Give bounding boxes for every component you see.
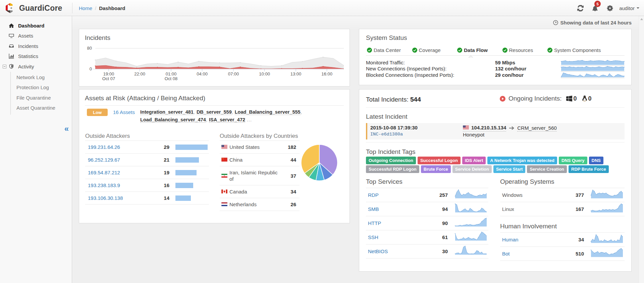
metric-sparkline-chart bbox=[591, 248, 623, 257]
at-risk-server-link[interactable]: Load_Balancing_server_555 bbox=[235, 109, 301, 115]
sidebar-item-label: Assets bbox=[18, 33, 33, 39]
flag-ir-icon bbox=[221, 173, 227, 179]
sidebar-item-label: Statistics bbox=[18, 53, 38, 59]
svg-text:16:00: 16:00 bbox=[321, 71, 332, 76]
sidebar-collapse-button[interactable]: « bbox=[64, 125, 69, 133]
at-risk-server-link[interactable]: ISA_server_472 bbox=[209, 117, 245, 123]
sidebar-item-activity[interactable]: Activity bbox=[0, 61, 72, 72]
incident-tag-a-network-trojan-was-detected[interactable]: A Network Trojan was detected bbox=[487, 157, 557, 164]
attacker-count: 29 bbox=[155, 141, 175, 154]
server-comma: , bbox=[301, 109, 302, 115]
metric-name-link[interactable]: HTTP bbox=[366, 220, 381, 226]
status-tab-system-components[interactable]: System Components bbox=[547, 47, 601, 53]
attacker-ip-link[interactable]: 193.106.30.138 bbox=[85, 195, 123, 201]
status-metric-value: 29 con/hour bbox=[495, 72, 560, 78]
status-metric-value: 59 Mbps bbox=[495, 60, 560, 66]
incident-tag-successful-logon[interactable]: Successful Logon bbox=[418, 157, 461, 164]
sidebar-item-dashboard[interactable]: Dashboard bbox=[0, 20, 72, 31]
status-tab-resources[interactable]: Resources bbox=[502, 47, 533, 53]
notifications-button[interactable]: 5 bbox=[588, 0, 602, 16]
sidebar-item-incidents[interactable]: Incidents bbox=[0, 41, 72, 51]
server-list-more[interactable]: ... bbox=[245, 117, 252, 122]
incident-tag-brute-force[interactable]: Brute Force bbox=[421, 165, 451, 173]
incident-tag-service-start[interactable]: Service Start bbox=[493, 165, 526, 173]
country-name: Netherlands bbox=[229, 198, 286, 211]
brand[interactable]: GuardiCore bbox=[6, 0, 62, 16]
metric-row-human: Human34 bbox=[500, 233, 625, 247]
incident-tag-ids-alert[interactable]: IDS Alert bbox=[462, 157, 486, 164]
svg-text:04:00: 04:00 bbox=[197, 71, 208, 76]
metric-sparkline-chart bbox=[455, 217, 487, 227]
check-circle-icon bbox=[457, 48, 462, 53]
metric-name-link[interactable]: Human bbox=[500, 237, 518, 242]
incident-id-link[interactable]: INC-e6d1380a bbox=[370, 132, 403, 137]
at-risk-server-link[interactable]: DB_server_559 bbox=[197, 109, 232, 115]
metric-name-link[interactable]: Bot bbox=[500, 251, 510, 257]
user-menu[interactable]: auditor bbox=[619, 5, 639, 11]
brand-name: GuardiCore bbox=[19, 4, 62, 13]
metric-name-link[interactable]: SMB bbox=[366, 206, 379, 212]
sidebar-subitem-file-quarantine[interactable]: File Quarantine bbox=[11, 93, 72, 103]
breadcrumb-home-link[interactable]: Home bbox=[79, 5, 92, 11]
incident-tag-dns-query[interactable]: DNS Query bbox=[559, 157, 587, 164]
svg-text:07:00: 07:00 bbox=[228, 71, 239, 76]
top-bar: GuardiCore Home / Dashboard 5 auditor bbox=[0, 0, 644, 16]
assets-count-link[interactable]: 16 Assets bbox=[113, 108, 135, 116]
attacker-ip-link[interactable]: 169.54.87.212 bbox=[85, 170, 120, 175]
sidebar-item-statistics[interactable]: Statistics bbox=[0, 51, 72, 62]
sidebar-subitem-protection-log[interactable]: Protection Log bbox=[11, 82, 72, 93]
incident-tag-service-deletion[interactable]: Service Deletion bbox=[452, 165, 492, 173]
breadcrumb-separator: / bbox=[95, 5, 96, 11]
attacker-ip-link[interactable]: 193.238.183.9 bbox=[85, 182, 120, 188]
metric-name-link[interactable]: SSH bbox=[366, 234, 378, 240]
svg-text:80: 80 bbox=[87, 46, 92, 51]
refresh-button[interactable] bbox=[573, 0, 588, 16]
sidebar-subitem-network-log[interactable]: Network Log bbox=[11, 72, 72, 83]
incident-tag-successful-rdp-logon[interactable]: Successful RDP Logon bbox=[366, 165, 419, 173]
at-risk-server-link[interactable]: Integration_server_481 bbox=[140, 109, 194, 115]
incident-target-link[interactable]: CRM_server_560 bbox=[517, 125, 557, 131]
svg-text:0: 0 bbox=[90, 66, 92, 71]
incident-tag-dns[interactable]: DNS bbox=[589, 157, 603, 164]
svg-text:19:00: 19:00 bbox=[103, 71, 114, 76]
country-name: Canada bbox=[229, 185, 286, 198]
page-scrollbar[interactable] bbox=[639, 16, 644, 283]
collapse-box-icon[interactable] bbox=[3, 65, 6, 68]
top-services-title: Top Services bbox=[366, 178, 488, 188]
divider bbox=[366, 107, 625, 108]
incident-tag-rdp-brute-force[interactable]: RDP Brute Force bbox=[569, 165, 609, 173]
outside-attacker-row: 193.238.183.916 bbox=[85, 179, 209, 192]
metric-name-link[interactable]: NetBIOS bbox=[366, 248, 388, 254]
svg-text:Oct 07: Oct 07 bbox=[102, 76, 115, 81]
server-comma: , bbox=[232, 109, 233, 115]
status-tab-data-flow[interactable]: Data Flow bbox=[457, 47, 488, 53]
sidebar-subitem-asset-quarantine[interactable]: Asset Quarantine bbox=[11, 103, 72, 113]
attacker-ip-link[interactable]: 199.231.64.26 bbox=[85, 144, 120, 150]
home-icon bbox=[9, 23, 14, 28]
incident-source: 104.210.15.134 bbox=[463, 125, 506, 131]
svg-text:22:00: 22:00 bbox=[134, 71, 145, 76]
outside-attackers-title: Outside Attackers bbox=[85, 132, 209, 140]
check-circle-icon bbox=[412, 48, 417, 53]
at-risk-server-link[interactable]: Load_Balancing_server_474 bbox=[140, 117, 206, 123]
sidebar-item-assets[interactable]: Assets bbox=[0, 31, 72, 41]
metric-sparkline-chart bbox=[455, 189, 487, 199]
settings-button[interactable] bbox=[602, 0, 617, 16]
status-tab-data-center[interactable]: Data Center bbox=[367, 47, 401, 53]
attacker-count-bar bbox=[175, 183, 193, 188]
main-content: Showing data of last 24 hours Incidents … bbox=[72, 16, 639, 283]
metric-row-linux: Linux167 bbox=[500, 202, 625, 216]
status-tab-coverage[interactable]: Coverage bbox=[412, 47, 441, 53]
linux-penguin-icon bbox=[582, 96, 587, 102]
incident-source-ip-link[interactable]: 104.210.15.134 bbox=[471, 125, 506, 131]
latest-incident-row[interactable]: 2015-10-08 17:39:30 INC-e6d1380a 104.210… bbox=[366, 123, 625, 139]
attacker-ip-link[interactable]: 96.252.129.67 bbox=[85, 157, 120, 163]
check-circle-icon bbox=[367, 48, 372, 53]
metric-name-link[interactable]: RDP bbox=[366, 192, 379, 198]
assets-at-risk-panel: Assets at Risk (Attacking / Being Attack… bbox=[79, 89, 350, 223]
inbox-icon bbox=[9, 43, 14, 49]
incident-tag-service-creation[interactable]: Service Creation bbox=[527, 165, 567, 173]
incident-tag-outgoing-connection[interactable]: Outgoing Connection bbox=[366, 157, 416, 164]
outside-attacker-row: 193.106.30.13814 bbox=[85, 192, 209, 205]
clock-icon bbox=[553, 20, 558, 25]
